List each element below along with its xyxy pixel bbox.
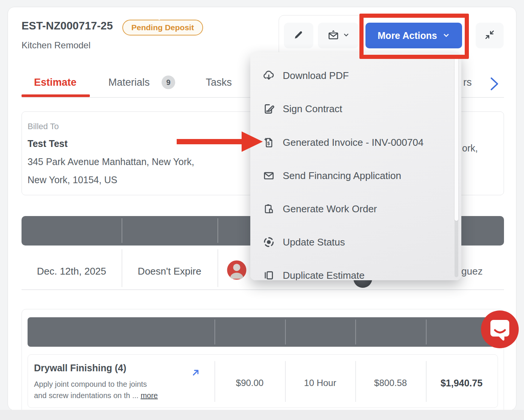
billed-to-label: Billed To xyxy=(28,122,59,131)
materials-count-badge: 9 xyxy=(162,76,175,89)
menu-item-label: Sign Contract xyxy=(283,103,342,115)
billed-to-name: Test Test xyxy=(28,138,68,149)
svg-text:$: $ xyxy=(267,141,270,146)
send-email-button[interactable] xyxy=(318,23,359,48)
more-actions-menu: Download PDF Sign Contract $ xyxy=(250,52,461,280)
invoice-icon: $ xyxy=(262,136,275,149)
column-header-expiration: Expiration xyxy=(122,0,217,29)
annotation-arrow xyxy=(177,130,264,155)
menu-item-download-pdf[interactable]: Download PDF xyxy=(250,59,461,92)
tab-partial[interactable]: rs xyxy=(463,77,472,88)
collapse-icon xyxy=(484,29,495,42)
menu-item-update-status[interactable]: Update Status xyxy=(250,225,461,259)
work-order-icon xyxy=(262,202,275,215)
pencil-icon xyxy=(293,29,304,42)
annotation-rectangle xyxy=(359,14,469,59)
chevron-right-icon xyxy=(489,76,499,92)
cloud-download-icon xyxy=(262,69,275,82)
expiration-value: Doesn't Expire xyxy=(122,263,217,279)
menu-item-label: Generate Work Order xyxy=(283,203,377,215)
more-link[interactable]: more xyxy=(140,391,158,400)
column-divider xyxy=(217,249,218,287)
line-item-qty: 10 Hour xyxy=(285,376,355,390)
menu-item-label: Update Status xyxy=(283,236,345,248)
edit-button[interactable] xyxy=(284,23,313,48)
partial-right-address: ork, xyxy=(462,143,478,154)
sign-contract-icon xyxy=(262,102,275,115)
external-link-icon xyxy=(190,367,201,378)
line-item-description-line2: and screw indentations on th ... more xyxy=(34,391,158,400)
chat-launcher-button[interactable] xyxy=(481,310,519,348)
menu-item-duplicate-estimate[interactable]: Duplicate Estimate xyxy=(250,259,461,280)
tab-estimate[interactable]: Estimate xyxy=(34,77,77,88)
menu-item-label: Send Financing Application xyxy=(283,170,401,182)
menu-item-generated-invoice[interactable]: $ Generated Invoice - INV-000704 xyxy=(250,126,461,159)
menu-scrollbar-thumb[interactable] xyxy=(455,57,458,221)
envelope-icon xyxy=(262,169,275,182)
collapse-button[interactable] xyxy=(476,23,504,48)
billed-to-address-line2: New York, 10154, US xyxy=(28,174,117,185)
estimate-detail-page: EST-NZ000717-25 Pending Deposit Kitchen … xyxy=(0,0,524,420)
tab-tasks[interactable]: Tasks xyxy=(206,77,232,88)
line-item-description-line1: Apply joint compound to the joints xyxy=(34,380,147,389)
column-divider xyxy=(426,320,427,344)
tab-materials[interactable]: Materials xyxy=(108,77,150,88)
line-item-materials: $800.58 xyxy=(355,376,426,390)
chevron-down-icon xyxy=(343,31,350,40)
line-item-total: $1,940.75 xyxy=(426,376,497,390)
duplicate-icon xyxy=(262,269,275,280)
menu-item-label: Duplicate Estimate xyxy=(283,270,365,281)
row-divider xyxy=(22,289,504,290)
active-tab-underline xyxy=(22,94,90,97)
update-status-icon xyxy=(262,236,275,249)
page-footer-strip xyxy=(0,410,524,420)
description-text: and screw indentations on th ... xyxy=(34,391,139,400)
line-item-rate: $90.00 xyxy=(214,376,285,390)
partial-salesperson-name: guez xyxy=(461,263,495,279)
menu-item-send-financing[interactable]: Send Financing Application xyxy=(250,159,461,192)
menu-item-generate-work-order[interactable]: Generate Work Order xyxy=(250,192,461,225)
column-divider xyxy=(217,218,218,243)
menu-item-label: Generated Invoice - INV-000704 xyxy=(283,137,424,148)
column-divider xyxy=(355,320,356,344)
column-divider xyxy=(214,320,215,344)
menu-item-label: Download PDF xyxy=(283,70,349,82)
estimate-date-value: Dec. 12th, 2025 xyxy=(22,263,122,279)
line-item-title: Drywall Finishing (4) xyxy=(34,363,126,374)
line-items-header xyxy=(28,317,497,347)
column-divider xyxy=(122,218,122,243)
salesperson-avatar xyxy=(226,259,248,281)
project-name: Kitchen Remodel xyxy=(22,40,91,51)
column-divider xyxy=(122,249,122,287)
menu-item-sign-contract[interactable]: Sign Contract xyxy=(250,92,461,125)
send-email-icon xyxy=(327,28,340,43)
column-header-estimate-date: Estimate Date xyxy=(22,0,122,29)
tabs-scroll-right-button[interactable] xyxy=(489,76,499,94)
open-item-link[interactable] xyxy=(190,367,201,380)
column-divider xyxy=(285,320,286,344)
billed-to-address-line1: 345 Park Avenue Manhattan, New York, xyxy=(28,156,194,167)
chat-icon xyxy=(481,310,519,348)
